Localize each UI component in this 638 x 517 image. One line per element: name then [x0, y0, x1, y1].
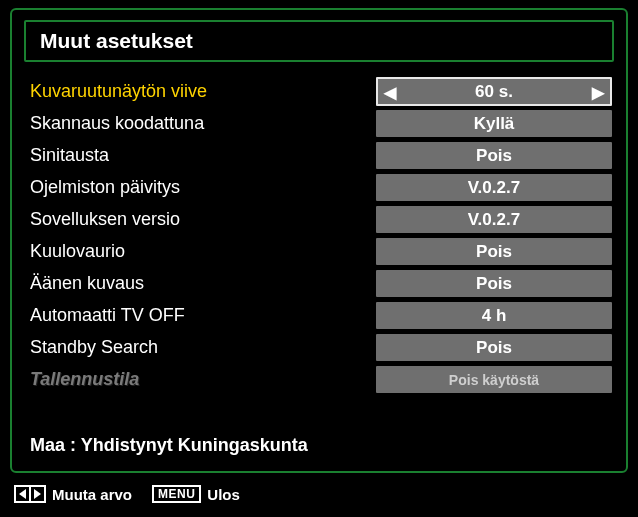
setting-value: 60 s.: [475, 82, 513, 102]
settings-list: Kuvaruutunäytön viive ◀ 60 s. ▶ Skannaus…: [24, 76, 614, 395]
value-box[interactable]: Pois: [376, 238, 612, 265]
setting-label: Sinitausta: [26, 145, 376, 166]
setting-row-auto-tv-off[interactable]: Automaatti TV OFF 4 h: [26, 300, 612, 331]
menu-button-icon: MENU: [152, 485, 201, 503]
hint-menu-exit: Ulos: [207, 486, 240, 503]
hint-change-value: Muuta arvo: [52, 486, 132, 503]
setting-value: Pois: [476, 146, 512, 166]
value-box[interactable]: V.0.2.7: [376, 174, 612, 201]
country-label: Maa : Yhdistynyt Kuningaskunta: [30, 435, 614, 456]
chevron-left-icon[interactable]: ◀: [384, 82, 396, 101]
setting-row-store-mode: Tallennustila Pois käytöstä: [26, 364, 612, 395]
setting-value: V.0.2.7: [468, 178, 520, 198]
setting-row-bluescreen[interactable]: Sinitausta Pois: [26, 140, 612, 171]
value-box: Pois käytöstä: [376, 366, 612, 393]
value-box[interactable]: Kyllä: [376, 110, 612, 137]
setting-value: Pois: [476, 338, 512, 358]
setting-value: Pois käytöstä: [449, 372, 539, 388]
setting-label: Skannaus koodattuna: [26, 113, 376, 134]
value-box[interactable]: Pois: [376, 142, 612, 169]
setting-label: Standby Search: [26, 337, 376, 358]
chevron-right-icon[interactable]: ▶: [592, 82, 604, 101]
setting-row-app-version[interactable]: Sovelluksen versio V.0.2.7: [26, 204, 612, 235]
setting-label: Äänen kuvaus: [26, 273, 376, 294]
setting-value: 4 h: [482, 306, 507, 326]
setting-row-audio-description[interactable]: Äänen kuvaus Pois: [26, 268, 612, 299]
setting-row-standby-search[interactable]: Standby Search Pois: [26, 332, 612, 363]
setting-label: Ojelmiston päivitys: [26, 177, 376, 198]
left-right-icon: [14, 485, 46, 503]
value-box[interactable]: V.0.2.7: [376, 206, 612, 233]
setting-label: Automaatti TV OFF: [26, 305, 376, 326]
value-box[interactable]: 4 h: [376, 302, 612, 329]
setting-row-software-update[interactable]: Ojelmiston päivitys V.0.2.7: [26, 172, 612, 203]
title-bar: Muut asetukset: [24, 20, 614, 62]
hint-bar: Muuta arvo MENU Ulos: [10, 485, 628, 503]
value-box[interactable]: Pois: [376, 334, 612, 361]
setting-value: V.0.2.7: [468, 210, 520, 230]
setting-value: Pois: [476, 242, 512, 262]
setting-value: Kyllä: [474, 114, 515, 134]
setting-label: Kuulovaurio: [26, 241, 376, 262]
value-stepper[interactable]: ◀ 60 s. ▶: [376, 77, 612, 106]
settings-panel: Muut asetukset Kuvaruutunäytön viive ◀ 6…: [10, 8, 628, 473]
setting-label: Kuvaruutunäytön viive: [26, 81, 376, 102]
setting-value: Pois: [476, 274, 512, 294]
setting-row-scan-encoded[interactable]: Skannaus koodattuna Kyllä: [26, 108, 612, 139]
setting-row-hearing-impaired[interactable]: Kuulovaurio Pois: [26, 236, 612, 267]
setting-row-osd-timeout[interactable]: Kuvaruutunäytön viive ◀ 60 s. ▶: [26, 76, 612, 107]
page-title: Muut asetukset: [40, 29, 598, 53]
value-box[interactable]: Pois: [376, 270, 612, 297]
footer-region: Maa : Yhdistynyt Kuningaskunta: [24, 435, 614, 456]
setting-label: Tallennustila: [26, 369, 376, 390]
setting-label: Sovelluksen versio: [26, 209, 376, 230]
